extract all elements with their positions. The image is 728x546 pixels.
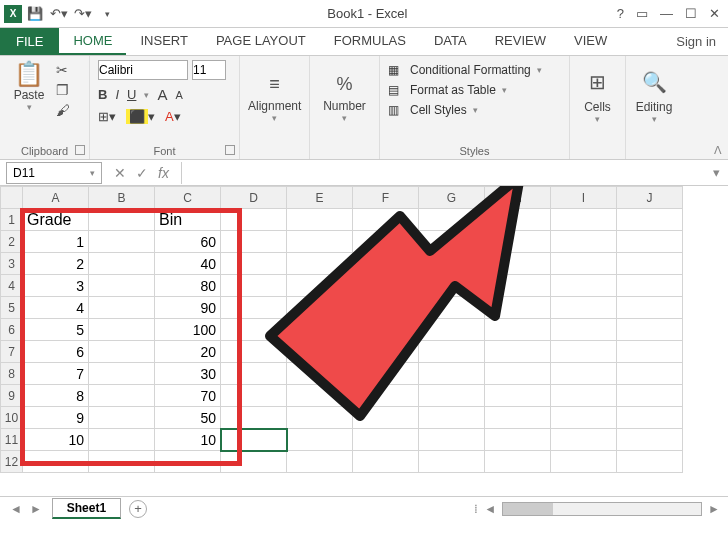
- cell[interactable]: [221, 385, 287, 407]
- cell[interactable]: 70: [155, 385, 221, 407]
- cell[interactable]: 30: [155, 363, 221, 385]
- tab-home[interactable]: HOME: [59, 28, 126, 55]
- cell[interactable]: [221, 451, 287, 473]
- cell[interactable]: [419, 341, 485, 363]
- cell[interactable]: [551, 363, 617, 385]
- cell[interactable]: [287, 451, 353, 473]
- cell[interactable]: [221, 341, 287, 363]
- cell[interactable]: [551, 275, 617, 297]
- underline-button[interactable]: U: [127, 87, 136, 102]
- cell[interactable]: [551, 231, 617, 253]
- row-header[interactable]: 1: [1, 209, 23, 231]
- column-header[interactable]: F: [353, 187, 419, 209]
- row-header[interactable]: 8: [1, 363, 23, 385]
- row-header[interactable]: 12: [1, 451, 23, 473]
- cell[interactable]: [89, 231, 155, 253]
- enter-formula-icon[interactable]: ✓: [136, 165, 148, 181]
- format-as-table-button[interactable]: ▤ Format as Table▾: [388, 80, 561, 100]
- cell[interactable]: [287, 429, 353, 451]
- cell[interactable]: [23, 451, 89, 473]
- cell[interactable]: [617, 275, 683, 297]
- cell[interactable]: [419, 275, 485, 297]
- cell[interactable]: [89, 363, 155, 385]
- fx-icon[interactable]: fx: [158, 165, 169, 181]
- save-icon[interactable]: 💾: [24, 3, 46, 25]
- column-header[interactable]: C: [155, 187, 221, 209]
- cell[interactable]: [485, 429, 551, 451]
- row-header[interactable]: 2: [1, 231, 23, 253]
- cell[interactable]: [287, 341, 353, 363]
- format-painter-icon[interactable]: 🖌: [56, 102, 70, 118]
- font-dialog-icon[interactable]: [225, 145, 235, 155]
- cell[interactable]: [485, 319, 551, 341]
- horizontal-scrollbar[interactable]: [502, 502, 702, 516]
- cell[interactable]: [353, 363, 419, 385]
- cut-icon[interactable]: ✂: [56, 62, 70, 78]
- cancel-formula-icon[interactable]: ✕: [114, 165, 126, 181]
- cell[interactable]: Grade: [23, 209, 89, 231]
- sheet-tab[interactable]: Sheet1: [52, 498, 121, 519]
- cell[interactable]: [617, 231, 683, 253]
- row-header[interactable]: 10: [1, 407, 23, 429]
- add-sheet-button[interactable]: +: [129, 500, 147, 518]
- copy-icon[interactable]: ❐: [56, 82, 70, 98]
- conditional-formatting-button[interactable]: ▦ Conditional Formatting▾: [388, 60, 561, 80]
- cell[interactable]: [353, 407, 419, 429]
- cell[interactable]: [617, 429, 683, 451]
- scroll-left-icon[interactable]: ◄: [484, 502, 496, 516]
- cell[interactable]: [617, 319, 683, 341]
- cell[interactable]: [353, 275, 419, 297]
- scroll-right-icon[interactable]: ►: [708, 502, 720, 516]
- cell[interactable]: [287, 253, 353, 275]
- cell[interactable]: [287, 319, 353, 341]
- cell[interactable]: [617, 209, 683, 231]
- close-icon[interactable]: ✕: [709, 6, 720, 21]
- cell[interactable]: 20: [155, 341, 221, 363]
- clipboard-dialog-icon[interactable]: [75, 145, 85, 155]
- cell[interactable]: [485, 363, 551, 385]
- cell[interactable]: [485, 231, 551, 253]
- cell[interactable]: [353, 319, 419, 341]
- find-icon[interactable]: 🔍: [634, 70, 674, 94]
- column-header[interactable]: B: [89, 187, 155, 209]
- cell[interactable]: [617, 363, 683, 385]
- cell[interactable]: [485, 451, 551, 473]
- sign-in-link[interactable]: Sign in: [664, 28, 728, 55]
- cell[interactable]: [485, 297, 551, 319]
- cell[interactable]: [221, 363, 287, 385]
- column-header[interactable]: J: [617, 187, 683, 209]
- cell[interactable]: [485, 341, 551, 363]
- paste-button[interactable]: 📋 Paste ▾: [8, 60, 50, 118]
- cell[interactable]: [617, 407, 683, 429]
- namebox-dropdown-icon[interactable]: ▾: [90, 168, 95, 178]
- cell[interactable]: [89, 209, 155, 231]
- tab-file[interactable]: FILE: [0, 28, 59, 55]
- cell[interactable]: [353, 385, 419, 407]
- row-header[interactable]: 11: [1, 429, 23, 451]
- cell[interactable]: [221, 297, 287, 319]
- formula-input[interactable]: [181, 162, 705, 184]
- cell[interactable]: 80: [155, 275, 221, 297]
- expand-formula-bar-icon[interactable]: ▾: [705, 165, 728, 180]
- qat-customize-icon[interactable]: ▾: [96, 3, 118, 25]
- shrink-font-button[interactable]: A: [175, 89, 182, 101]
- cell[interactable]: [287, 209, 353, 231]
- tab-insert[interactable]: INSERT: [126, 28, 201, 55]
- font-name-input[interactable]: [98, 60, 188, 80]
- cell[interactable]: [617, 341, 683, 363]
- cell[interactable]: [287, 363, 353, 385]
- alignment-icon[interactable]: ≡: [248, 74, 301, 95]
- column-header[interactable]: H: [485, 187, 551, 209]
- column-header[interactable]: G: [419, 187, 485, 209]
- cell[interactable]: [485, 407, 551, 429]
- row-header[interactable]: 4: [1, 275, 23, 297]
- cell[interactable]: [89, 253, 155, 275]
- cell[interactable]: 10: [155, 429, 221, 451]
- cell[interactable]: 4: [23, 297, 89, 319]
- cell[interactable]: 90: [155, 297, 221, 319]
- cell[interactable]: [551, 253, 617, 275]
- minimize-icon[interactable]: —: [660, 6, 673, 21]
- cell[interactable]: [221, 275, 287, 297]
- cell[interactable]: [419, 319, 485, 341]
- cell[interactable]: [221, 253, 287, 275]
